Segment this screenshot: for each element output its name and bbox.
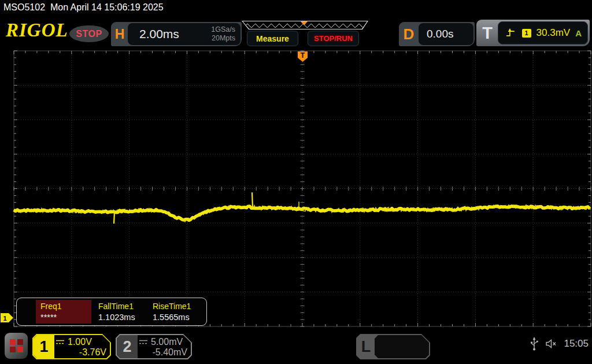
channel2-scale: 5.00mV — [151, 337, 183, 347]
logic-inner: 0 1 2 3 4 5 6 7 8 9 1011 12131415 — [375, 335, 429, 358]
bottom-status-bar: 1 1.00V -3.76V 2 — [0, 329, 592, 364]
logic-channels-button[interactable]: L 0 1 2 3 4 5 6 7 8 9 1011 12131415 — [356, 334, 430, 359]
channel2-inner: 2 5.00mV -5.40mV — [117, 335, 191, 358]
measurement-value: ***** — [40, 313, 91, 322]
channel1-button[interactable]: 1 1.00V -3.76V — [32, 334, 111, 359]
channel1-scale: 1.00V — [68, 337, 92, 347]
ch1-waveform-trace — [14, 192, 591, 224]
svg-text:1: 1 — [3, 315, 6, 322]
channel1-values: 1.00V -3.76V — [56, 335, 106, 358]
measurement-risetime1[interactable]: RiseTime1 1.5565ms — [148, 300, 204, 324]
channel1-number: 1 — [34, 335, 54, 358]
dc-coupling-icon — [56, 339, 65, 345]
channel2-values: 5.00mV -5.40mV — [139, 335, 187, 358]
speaker-muted-icon[interactable] — [545, 339, 558, 349]
dc-coupling-icon — [139, 339, 148, 345]
measurement-name: RiseTime1 — [153, 302, 204, 311]
measurement-freq1[interactable]: Freq1 ***** — [36, 300, 91, 324]
measurement-name: Freq1 — [40, 302, 91, 311]
clock: 15:05 — [564, 338, 589, 350]
svg-text:T: T — [301, 51, 305, 60]
logic-channels-row1: 0 1 2 3 4 5 6 7 — [400, 358, 469, 364]
measurement-panel[interactable]: Freq1 ***** FallTime1 1.1023ms RiseTime1… — [16, 298, 207, 326]
channel2-button[interactable]: 2 5.00mV -5.40mV — [116, 334, 192, 359]
display-menu-button[interactable] — [5, 333, 28, 359]
measurement-name: FallTime1 — [98, 302, 147, 311]
channel2-offset: -5.40mV — [139, 347, 187, 358]
channel2-number: 2 — [117, 335, 138, 358]
ch1-level-marker[interactable]: 1 — [1, 313, 13, 322]
measurement-value: 1.1023ms — [98, 313, 147, 322]
channel1-inner: 1 1.00V -3.76V — [34, 335, 110, 358]
graticule — [14, 51, 591, 326]
trigger-position-marker[interactable]: T — [298, 51, 308, 62]
usb-icon — [530, 336, 539, 351]
channel1-offset: -3.76V — [56, 347, 106, 358]
measurement-value: 1.5565ms — [153, 313, 204, 322]
measurement-falltime1[interactable]: FallTime1 1.1023ms — [94, 300, 147, 324]
logic-label: L — [356, 334, 376, 359]
four-squares-icon — [10, 339, 23, 352]
